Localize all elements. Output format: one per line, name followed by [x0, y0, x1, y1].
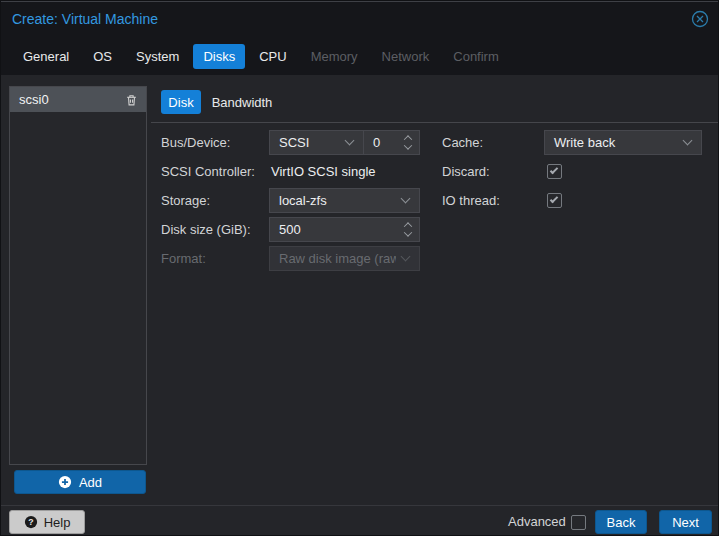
delete-disk-icon[interactable] — [125, 93, 138, 107]
tab-disks[interactable]: Disks — [193, 44, 245, 69]
wizard-tab-bar: General OS System Disks CPU Memory Netwo… — [13, 43, 509, 69]
chevron-down-icon[interactable] — [401, 194, 411, 204]
disk-size-value[interactable] — [270, 222, 399, 237]
help-button-label: Help — [44, 515, 71, 530]
question-circle-icon: ? — [24, 515, 38, 529]
number-spinner[interactable] — [405, 222, 411, 237]
title-bar: Create: Virtual Machine — [1, 2, 719, 36]
dialog-title: Create: Virtual Machine — [12, 11, 158, 27]
spinner-down-icon[interactable] — [404, 228, 412, 236]
disk-size-input[interactable] — [269, 217, 420, 242]
discard-label: Discard: — [442, 159, 490, 184]
checkmark-icon — [550, 166, 558, 174]
storage-label: Storage: — [161, 188, 210, 213]
advanced-checkbox[interactable] — [571, 515, 586, 530]
plus-circle-icon — [58, 475, 72, 489]
add-disk-button[interactable]: Add — [14, 470, 146, 494]
back-button[interactable]: Back — [595, 510, 647, 534]
chevron-down-icon[interactable] — [345, 136, 355, 146]
checkmark-icon — [550, 195, 558, 203]
subtab-disk[interactable]: Disk — [161, 90, 201, 114]
dialog-header: Create: Virtual Machine General OS Syste… — [1, 1, 719, 75]
format-select: Raw disk image (raw — [269, 246, 420, 271]
close-icon[interactable] — [691, 10, 709, 28]
bus-device-label: Bus/Device: — [161, 130, 230, 155]
disk-list-item-scsi0[interactable]: scsi0 — [10, 87, 146, 112]
disk-size-label: Disk size (GiB): — [161, 217, 251, 242]
tab-network: Network — [372, 44, 440, 69]
help-button[interactable]: ? Help — [9, 510, 85, 534]
svg-text:?: ? — [28, 517, 33, 527]
next-button[interactable]: Next — [659, 510, 712, 534]
number-spinner[interactable] — [405, 135, 411, 150]
tab-memory: Memory — [301, 44, 368, 69]
cache-select-value: Write back — [545, 135, 678, 150]
subtab-divider — [151, 122, 719, 123]
discard-checkbox[interactable] — [547, 164, 562, 179]
device-number-input[interactable] — [363, 130, 420, 155]
advanced-label: Advanced — [508, 510, 566, 534]
add-button-label: Add — [79, 475, 102, 490]
io-thread-checkbox[interactable] — [547, 193, 562, 208]
disk-item-label: scsi0 — [19, 92, 125, 107]
chevron-down-icon — [401, 252, 411, 262]
scsi-controller-value: VirtIO SCSI single — [271, 159, 376, 184]
bus-select[interactable]: SCSI — [269, 130, 364, 155]
tab-general[interactable]: General — [13, 44, 79, 69]
cache-select[interactable]: Write back — [544, 130, 702, 155]
create-vm-dialog: Create: Virtual Machine General OS Syste… — [0, 0, 719, 536]
dialog-footer: ? Help Advanced Back Next — [1, 505, 719, 536]
io-thread-label: IO thread: — [442, 188, 500, 213]
format-select-value: Raw disk image (raw — [270, 251, 396, 266]
spinner-down-icon[interactable] — [404, 141, 412, 149]
device-number-value[interactable] — [364, 135, 399, 150]
cache-label: Cache: — [442, 130, 483, 155]
tab-os[interactable]: OS — [83, 44, 122, 69]
tab-confirm: Confirm — [443, 44, 509, 69]
subtab-bandwidth[interactable]: Bandwidth — [206, 90, 278, 114]
tab-system[interactable]: System — [126, 44, 189, 69]
storage-select-value: local-zfs — [270, 193, 396, 208]
tab-cpu[interactable]: CPU — [249, 44, 296, 69]
bus-select-value: SCSI — [270, 135, 340, 150]
storage-select[interactable]: local-zfs — [269, 188, 420, 213]
disk-list-panel: scsi0 — [9, 86, 147, 465]
chevron-down-icon[interactable] — [683, 136, 693, 146]
scsi-controller-label: SCSI Controller: — [161, 159, 255, 184]
format-label: Format: — [161, 246, 206, 271]
